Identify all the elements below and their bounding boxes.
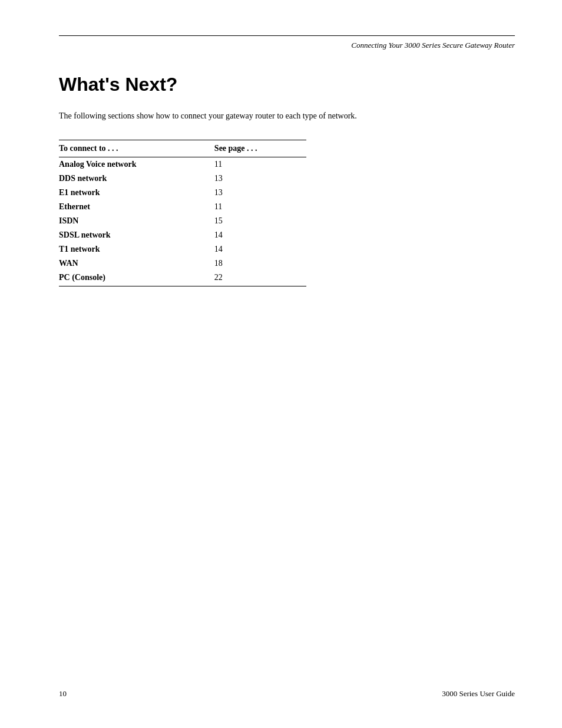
table-cell-name[interactable]: SDSL network [59, 228, 203, 242]
table-cell-name[interactable]: DDS network [59, 172, 203, 186]
table-row: Analog Voice network11 [59, 157, 306, 172]
page-title: What's Next? [59, 74, 515, 95]
table-row: DDS network13 [59, 172, 306, 186]
footer-page-number: 10 [59, 689, 67, 699]
table-cell-page: 13 [203, 186, 306, 200]
table-cell-name[interactable]: Ethernet [59, 200, 203, 214]
table-cell-page: 15 [203, 214, 306, 228]
table-row: T1 network14 [59, 242, 306, 256]
table-cell-name[interactable]: WAN [59, 256, 203, 271]
header-title: Connecting Your 3000 Series Secure Gatew… [59, 41, 515, 50]
page-container: Connecting Your 3000 Series Secure Gatew… [0, 0, 562, 728]
table-cell-name[interactable]: PC (Console) [59, 271, 203, 286]
col1-header: To connect to . . . [59, 140, 203, 157]
table-cell-name[interactable]: Analog Voice network [59, 157, 203, 172]
table-cell-page: 18 [203, 256, 306, 271]
table-cell-page: 13 [203, 172, 306, 186]
table-row: E1 network13 [59, 186, 306, 200]
table-cell-page: 11 [203, 157, 306, 172]
navigation-table: To connect to . . . See page . . . Analo… [59, 140, 306, 286]
table-row: Ethernet11 [59, 200, 306, 214]
table-cell-name[interactable]: ISDN [59, 214, 203, 228]
table-row: ISDN15 [59, 214, 306, 228]
table-cell-page: 11 [203, 200, 306, 214]
col2-header: See page . . . [203, 140, 306, 157]
footer-guide-title: 3000 Series User Guide [442, 689, 515, 699]
table-cell-page: 22 [203, 271, 306, 286]
table-row: PC (Console)22 [59, 271, 306, 286]
table-cell-page: 14 [203, 242, 306, 256]
table-row: WAN18 [59, 256, 306, 271]
table-cell-page: 14 [203, 228, 306, 242]
intro-text: The following sections show how to conne… [59, 110, 401, 122]
table-header-row: To connect to . . . See page . . . [59, 140, 306, 157]
table-cell-name[interactable]: T1 network [59, 242, 203, 256]
footer: 10 3000 Series User Guide [59, 689, 515, 699]
table-row: SDSL network14 [59, 228, 306, 242]
header-rule [59, 35, 515, 36]
table-cell-name[interactable]: E1 network [59, 186, 203, 200]
